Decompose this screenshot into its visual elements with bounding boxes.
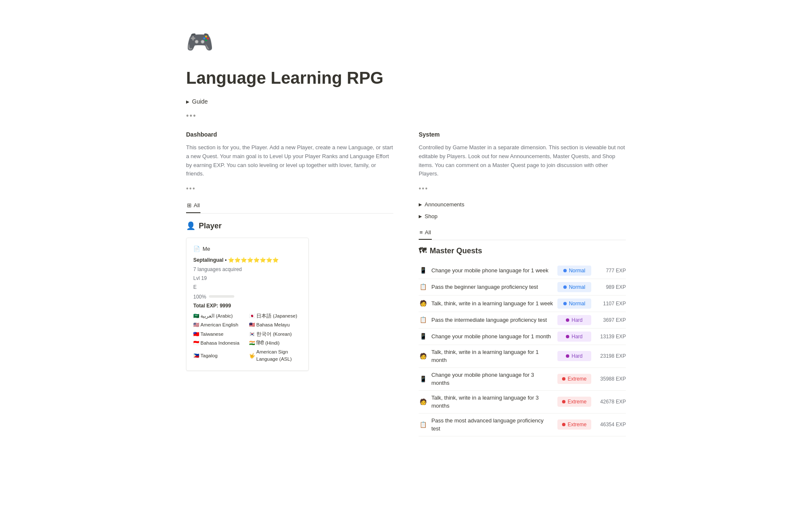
quest-name: Pass the beginner language proficiency t…	[431, 283, 553, 291]
top-dots-divider: •••	[186, 110, 626, 122]
quest-difficulty-badge: Normal	[557, 299, 591, 309]
badge-dot	[562, 423, 565, 426]
badge-label: Extreme	[568, 421, 587, 428]
badge-label: Hard	[571, 333, 582, 340]
badge-dot	[562, 377, 565, 381]
language-item: 🇯🇵日本語 (Japanese)	[249, 312, 302, 320]
badge-label: Hard	[571, 316, 582, 324]
lang-name: हिंदी (Hindi)	[256, 340, 280, 347]
shop-toggle[interactable]: ▶ Shop	[419, 211, 626, 222]
system-section: System Controlled by Game Master in a se…	[419, 130, 626, 436]
lang-name: Taiwanese	[200, 331, 223, 338]
quest-name: Pass the intermediate language proficien…	[431, 316, 553, 324]
lang-name: American English	[200, 321, 238, 329]
quest-row[interactable]: 📱 Change your mobile phone language for …	[419, 263, 626, 279]
lang-flag: 🇰🇷	[249, 331, 255, 338]
badge-dot	[566, 335, 569, 338]
quest-difficulty-badge: Extreme	[557, 419, 591, 430]
lang-name: 한국어 (Korean)	[256, 331, 292, 338]
announcements-arrow-icon: ▶	[419, 201, 422, 208]
language-grid: 🇸🇦العربية (Arabic)🇯🇵日本語 (Japanese)🇺🇸Amer…	[193, 312, 302, 364]
quest-exp: 1107 EXP	[595, 300, 626, 307]
system-tab-bar: ≡ All	[419, 226, 626, 240]
quest-row[interactable]: 🧑 Talk, think, write in a learning langu…	[419, 345, 626, 368]
quest-icon: 📋	[419, 282, 427, 291]
main-content: Dashboard This section is for you, the P…	[186, 130, 626, 436]
quest-difficulty-badge: Normal	[557, 282, 591, 292]
player-level: Lvl 19	[193, 274, 302, 282]
quest-exp: 3697 EXP	[595, 316, 626, 324]
card-doc-icon: 📄	[193, 245, 200, 253]
lang-flag: 🇸🇦	[193, 312, 199, 320]
page-title: Language Learning RPG	[186, 65, 626, 90]
language-item: 🤟American Sign Language (ASL)	[249, 348, 302, 364]
player-grade: E	[193, 283, 302, 291]
badge-label: Extreme	[568, 375, 587, 383]
player-progress: 100%	[193, 293, 234, 301]
dashboard-heading: Dashboard	[186, 130, 393, 139]
quest-exp: 13139 EXP	[595, 333, 626, 340]
card-name: Me	[203, 245, 210, 253]
lang-flag: 🇲🇾	[249, 321, 255, 329]
quest-difficulty-badge: Hard	[557, 315, 591, 325]
badge-label: Extreme	[568, 398, 587, 406]
list-icon: ≡	[420, 228, 423, 237]
quest-row[interactable]: 📋 Pass the intermediate language profici…	[419, 312, 626, 329]
badge-dot	[562, 400, 565, 403]
system-tab-all[interactable]: ≡ All	[419, 226, 432, 240]
quest-row[interactable]: 📋 Pass the beginner language proficiency…	[419, 279, 626, 296]
language-item: 🇹🇼Taiwanese	[193, 330, 246, 338]
lang-flag: 🇮🇩	[193, 340, 199, 347]
announcements-label: Announcements	[425, 200, 464, 209]
announcements-toggle[interactable]: ▶ Announcements	[419, 199, 626, 211]
player-icon: 👤	[186, 220, 195, 232]
languages-acquired: 7 languages acquired	[193, 266, 302, 273]
quest-exp: 777 EXP	[595, 267, 626, 274]
page-icon: 🎮	[186, 25, 626, 58]
language-item: 🇮🇩Bahasa Indonesia	[193, 339, 246, 347]
lang-flag: 🇯🇵	[249, 312, 255, 320]
quest-exp: 989 EXP	[595, 283, 626, 291]
quest-name: Talk, think, write in a learning languag…	[431, 348, 553, 364]
guide-toggle[interactable]: ▶ Guide	[186, 97, 626, 106]
badge-dot	[566, 318, 569, 322]
progress-percent: 100%	[193, 293, 206, 301]
quest-row[interactable]: 🧑 Talk, think, write in a learning langu…	[419, 391, 626, 414]
quest-row[interactable]: 📱 Change your mobile phone language for …	[419, 368, 626, 391]
badge-dot	[563, 302, 567, 305]
badge-dot	[563, 285, 567, 289]
player-stars: ⭐⭐⭐⭐⭐⭐⭐⭐	[228, 257, 279, 263]
system-description: Controlled by Game Master in a separate …	[419, 143, 626, 178]
system-dots: •••	[419, 184, 626, 194]
shop-label: Shop	[425, 212, 437, 221]
quest-row[interactable]: 🧑 Talk, think, write in a learning langu…	[419, 296, 626, 312]
player-card[interactable]: 📄 Me Septalingual • ⭐⭐⭐⭐⭐⭐⭐⭐ 7 languages…	[186, 238, 309, 371]
language-item: 🇲🇾Bahasa Melayu	[249, 321, 302, 329]
quest-difficulty-badge: Normal	[557, 266, 591, 276]
language-item: 🇸🇦العربية (Arabic)	[193, 312, 246, 320]
badge-dot	[563, 269, 567, 272]
quest-row[interactable]: 📋 Pass the most advanced language profic…	[419, 414, 626, 436]
quest-icon: 🧑	[419, 299, 427, 308]
quest-exp: 42678 EXP	[595, 398, 626, 406]
tab-all[interactable]: ⊞ All	[186, 199, 200, 213]
lang-flag: 🇮🇳	[249, 340, 255, 347]
quest-exp: 23198 EXP	[595, 352, 626, 360]
quest-difficulty-badge: Hard	[557, 351, 591, 361]
master-quests-icon: 🗺	[419, 245, 426, 257]
tab-all-label: All	[194, 201, 200, 210]
quest-exp: 35988 EXP	[595, 375, 626, 383]
lang-name: Bahasa Indonesia	[200, 340, 239, 347]
lang-flag: 🇺🇸	[193, 321, 199, 329]
player-rank: Septalingual • ⭐⭐⭐⭐⭐⭐⭐⭐	[193, 256, 302, 264]
language-item: 🇰🇷한국어 (Korean)	[249, 330, 302, 338]
quest-icon: 📱	[419, 266, 427, 275]
quest-row[interactable]: 📱 Change your mobile phone language for …	[419, 329, 626, 345]
lang-name: Bahasa Melayu	[256, 321, 290, 329]
quest-name: Talk, think, write in a learning languag…	[431, 299, 553, 308]
dashboard-description: This section is for you, the Player. Add…	[186, 143, 393, 178]
total-exp: Total EXP: 9999	[193, 302, 302, 310]
quest-difficulty-badge: Hard	[557, 332, 591, 342]
system-tab-all-label: All	[425, 228, 431, 237]
master-quests-label: Master Quests	[430, 245, 482, 257]
